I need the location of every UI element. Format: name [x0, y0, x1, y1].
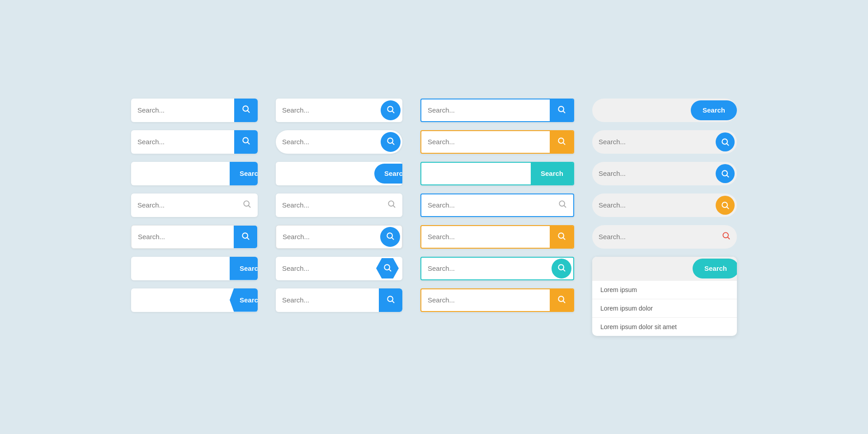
- search-input-c4-1[interactable]: [592, 106, 691, 114]
- search-icon-c3-4[interactable]: [558, 199, 573, 211]
- search-button-c3-3[interactable]: Search: [531, 162, 573, 185]
- search-input-c3-2[interactable]: [421, 138, 550, 146]
- search-input-c2-5[interactable]: [276, 233, 380, 241]
- search-bar-c4-5: [592, 225, 737, 249]
- search-input-7[interactable]: [131, 296, 230, 304]
- search-button-c2-3[interactable]: Search: [374, 164, 402, 184]
- search-button-c2-7[interactable]: [379, 288, 402, 312]
- search-bar-c4-4: [592, 193, 737, 217]
- search-input-c2-3[interactable]: [276, 170, 374, 177]
- search-button-c2-1[interactable]: [381, 100, 401, 120]
- search-input-c2-2[interactable]: [276, 138, 381, 146]
- dropdown-item-1[interactable]: Lorem ipsum: [592, 280, 737, 299]
- search-bar-1: [131, 99, 258, 122]
- search-button-c4-3[interactable]: [716, 164, 735, 183]
- svg-line-39: [728, 237, 730, 239]
- svg-line-35: [727, 175, 729, 177]
- search-input-c4-4[interactable]: [592, 201, 716, 209]
- search-input-c4-3[interactable]: [592, 170, 716, 177]
- svg-line-7: [247, 238, 249, 240]
- svg-line-11: [392, 143, 394, 145]
- search-button-7[interactable]: Search: [230, 288, 258, 312]
- search-bar-7: Search: [131, 288, 258, 312]
- search-bar-c4-1: Search: [592, 99, 737, 122]
- search-button-3[interactable]: Search: [230, 162, 258, 185]
- search-button-c4-2[interactable]: [716, 132, 735, 151]
- svg-line-29: [563, 269, 565, 271]
- column-3: Search: [420, 99, 574, 312]
- search-bar-c3-7: [420, 288, 574, 312]
- search-icon-4[interactable]: [242, 199, 258, 211]
- search-input-c2-1[interactable]: [276, 106, 381, 114]
- search-input-c3-3[interactable]: [421, 170, 531, 177]
- search-bar-c2-1: [276, 99, 402, 122]
- search-input-c4-5[interactable]: [592, 233, 722, 241]
- search-input-c2-4[interactable]: [276, 201, 387, 209]
- search-input-5[interactable]: [132, 233, 234, 241]
- search-bar-2: [131, 130, 258, 154]
- search-button-c2-5[interactable]: [380, 227, 400, 247]
- search-button-c3-6[interactable]: [552, 259, 571, 278]
- dropdown-search-button[interactable]: Search: [693, 259, 737, 278]
- search-input-2[interactable]: [131, 138, 234, 146]
- search-button-c2-6[interactable]: [376, 257, 399, 280]
- dropdown-item-2[interactable]: Lorem ipsum dolor: [592, 299, 737, 317]
- dropdown-item-3[interactable]: Lorem ipsum dolor sit amet: [592, 317, 737, 336]
- svg-line-25: [564, 206, 566, 208]
- search-bar-c2-3: Search: [276, 162, 402, 185]
- search-icon-c2-1: [386, 105, 395, 115]
- search-button-c3-5[interactable]: [550, 225, 573, 249]
- dropdown-search-input[interactable]: Lorem: [592, 264, 693, 272]
- search-button-c4-4[interactable]: [716, 196, 735, 215]
- search-button-5[interactable]: [234, 225, 257, 249]
- search-input-6[interactable]: [131, 264, 230, 272]
- column-4: Search: [592, 99, 737, 336]
- svg-line-15: [392, 238, 394, 240]
- search-icon-c4-4: [721, 201, 730, 210]
- search-input-4[interactable]: [131, 201, 242, 209]
- search-button-c4-1[interactable]: Search: [691, 100, 737, 120]
- column-1: Search Search: [131, 99, 258, 312]
- search-icon-c2-6: [383, 263, 392, 274]
- svg-line-33: [727, 143, 729, 145]
- search-icon-c4-5[interactable]: [722, 231, 737, 242]
- search-icon-c2-4[interactable]: [387, 199, 402, 211]
- search-icon-c2-7: [386, 295, 395, 305]
- search-input-c4-2[interactable]: [592, 138, 716, 146]
- search-button-1[interactable]: [234, 99, 258, 122]
- search-button-c3-2[interactable]: [550, 130, 573, 154]
- search-button-6[interactable]: Search: [230, 257, 258, 280]
- search-bar-c3-5: [420, 225, 574, 249]
- search-bar-c4-3: [592, 162, 737, 185]
- search-bar-c3-2: [420, 130, 574, 154]
- svg-line-31: [563, 301, 565, 303]
- search-button-2[interactable]: [234, 130, 258, 154]
- search-input-c3-4[interactable]: [421, 201, 558, 209]
- search-bar-c2-7: [276, 288, 402, 312]
- search-input-c2-7[interactable]: [276, 296, 379, 304]
- search-icon-5: [241, 231, 250, 242]
- search-input-c3-1[interactable]: [421, 106, 550, 114]
- search-icon-2: [241, 136, 250, 147]
- search-input-3[interactable]: [131, 170, 230, 177]
- search-bar-4: [131, 193, 258, 217]
- search-input-c3-5[interactable]: [421, 233, 550, 241]
- svg-line-19: [392, 301, 394, 303]
- search-bar-c3-6: [420, 257, 574, 280]
- search-button-c3-7[interactable]: [550, 288, 573, 312]
- search-bar-c3-3: Search: [420, 162, 574, 185]
- search-input-c3-7[interactable]: [421, 296, 550, 304]
- search-icon-c4-2: [721, 137, 730, 146]
- search-icon-c3-7: [557, 295, 566, 305]
- search-input-1[interactable]: [131, 106, 234, 114]
- search-button-c3-1[interactable]: [550, 99, 573, 122]
- search-input-c2-6[interactable]: [276, 264, 376, 272]
- svg-line-37: [727, 207, 729, 208]
- search-input-c3-6[interactable]: [421, 264, 552, 272]
- search-bar-c4-2: [592, 130, 737, 154]
- svg-line-21: [563, 111, 565, 113]
- search-button-c2-2[interactable]: [381, 132, 401, 152]
- search-dropdown: Lorem Search Lorem ipsum Lorem ipsum dol…: [592, 257, 737, 336]
- search-icon-c3-5: [557, 231, 566, 242]
- search-bar-6: Search: [131, 257, 258, 280]
